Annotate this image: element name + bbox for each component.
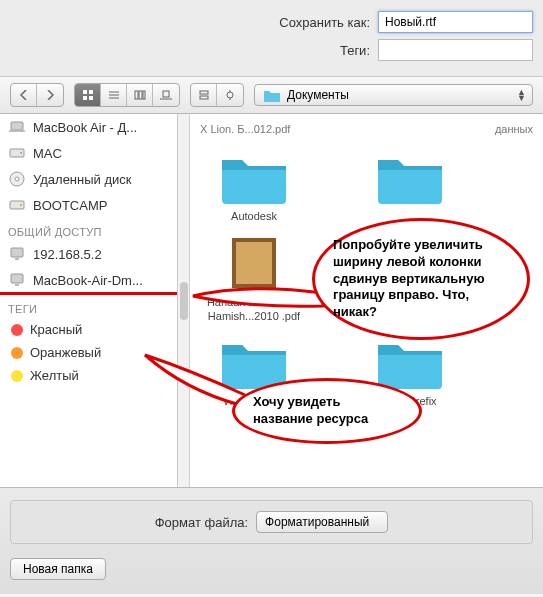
- sidebar-item-label: 192.168.5.2: [33, 247, 102, 262]
- new-folder-button[interactable]: Новая папка: [10, 558, 106, 580]
- sidebar-shared-item[interactable]: 192.168.5.2: [0, 241, 177, 267]
- svg-rect-18: [9, 130, 25, 132]
- sidebar-item-label: MacBook-Air-Dm...: [33, 273, 143, 288]
- grouping-group: [190, 83, 244, 107]
- folder-icon: [374, 148, 446, 206]
- bottom-panel: Формат файла: Форматированный Новая папк…: [0, 487, 543, 594]
- svg-rect-25: [11, 248, 23, 257]
- svg-rect-2: [83, 96, 87, 100]
- annotation-callout: Попробуйте увеличить ширину левой колонк…: [312, 218, 530, 340]
- svg-rect-3: [89, 96, 93, 100]
- svg-rect-28: [15, 284, 19, 286]
- path-crumb: X Lion. Б...012.pdf: [200, 123, 290, 135]
- filename-input[interactable]: [378, 11, 533, 33]
- folder-icon: [374, 333, 446, 391]
- sidebar-shared-item[interactable]: MacBook-Air-Dm...: [0, 267, 177, 293]
- callout-tail: [188, 278, 328, 318]
- svg-rect-0: [83, 90, 87, 94]
- svg-point-24: [20, 204, 22, 206]
- tag-dot-icon: [11, 347, 23, 359]
- coverflow-view-button[interactable]: [153, 84, 179, 106]
- popup-arrows-icon: ▲▼: [517, 89, 526, 101]
- sidebar-item-label: Желтый: [30, 368, 79, 383]
- format-value: Форматированный: [265, 515, 369, 529]
- tags-label: Теги:: [340, 43, 370, 58]
- view-switcher: [74, 83, 180, 107]
- svg-point-14: [227, 92, 233, 98]
- sidebar-device[interactable]: MAC: [0, 140, 177, 166]
- location-label: Документы: [287, 88, 349, 102]
- sidebar-item-label: MacBook Air - Д...: [33, 120, 137, 135]
- save-as-label: Сохранить как:: [279, 15, 370, 30]
- location-popup[interactable]: Документы ▲▼: [254, 84, 533, 106]
- svg-rect-9: [143, 91, 145, 99]
- svg-rect-8: [139, 91, 142, 99]
- forward-button[interactable]: [37, 84, 63, 106]
- back-button[interactable]: [11, 84, 37, 106]
- disk-icon: [8, 144, 26, 162]
- sidebar-device[interactable]: Удаленный диск: [0, 166, 177, 192]
- monitor-icon: [8, 271, 26, 289]
- save-as-panel: Сохранить как: Теги:: [0, 0, 543, 77]
- svg-rect-17: [11, 122, 23, 130]
- tag-dot-icon: [11, 324, 23, 336]
- icon-view-button[interactable]: [75, 84, 101, 106]
- callout-text: Хочу увидеть название ресурса: [253, 394, 401, 428]
- svg-rect-13: [200, 96, 208, 99]
- sidebar-item-label: Красный: [30, 322, 82, 337]
- sidebar: MacBook Air - Д... MAC Удаленный диск BO…: [0, 114, 178, 487]
- folder-icon: [218, 148, 290, 206]
- column-view-button[interactable]: [127, 84, 153, 106]
- format-popup[interactable]: Форматированный: [256, 511, 388, 533]
- svg-point-20: [20, 152, 22, 154]
- action-button[interactable]: [217, 84, 243, 106]
- finder-toolbar: Документы ▲▼: [0, 77, 543, 114]
- group-by-button[interactable]: [191, 84, 217, 106]
- svg-rect-7: [135, 91, 138, 99]
- callout-text: Попробуйте увеличить ширину левой колонк…: [333, 237, 509, 321]
- sidebar-item-label: MAC: [33, 146, 62, 161]
- format-label: Формат файла:: [155, 515, 248, 530]
- svg-point-22: [15, 177, 19, 181]
- sidebar-item-label: BOOTCAMP: [33, 198, 107, 213]
- laptop-icon: [8, 118, 26, 136]
- tag-dot-icon: [11, 370, 23, 382]
- svg-rect-27: [11, 274, 23, 283]
- svg-rect-12: [200, 91, 208, 94]
- svg-rect-10: [163, 91, 169, 97]
- sidebar-item-label: Удаленный диск: [33, 172, 131, 187]
- tags-input[interactable]: [378, 39, 533, 61]
- disk-icon: [8, 196, 26, 214]
- nav-back-forward: [10, 83, 64, 107]
- file-item[interactable]: Autodesk: [200, 148, 308, 224]
- svg-rect-26: [15, 258, 19, 260]
- sidebar-item-label: Оранжевый: [30, 345, 101, 360]
- remote-disc-icon: [8, 170, 26, 188]
- annotation-callout: Хочу увидеть название ресурса: [232, 378, 422, 444]
- sidebar-shared-header: ОБЩИЙ ДОСТУП: [0, 218, 177, 241]
- sidebar-device[interactable]: BOOTCAMP: [0, 192, 177, 218]
- file-item[interactable]: [356, 148, 464, 224]
- monitor-icon: [8, 245, 26, 263]
- sidebar-device[interactable]: MacBook Air - Д...: [0, 114, 177, 140]
- path-crumb: данных: [495, 123, 533, 135]
- svg-rect-1: [89, 90, 93, 94]
- sidebar-tags-header: ТЕГИ: [0, 295, 177, 318]
- list-view-button[interactable]: [101, 84, 127, 106]
- file-label: Autodesk: [231, 210, 277, 224]
- folder-icon: [263, 86, 281, 104]
- sidebar-tag-item[interactable]: Красный: [0, 318, 177, 341]
